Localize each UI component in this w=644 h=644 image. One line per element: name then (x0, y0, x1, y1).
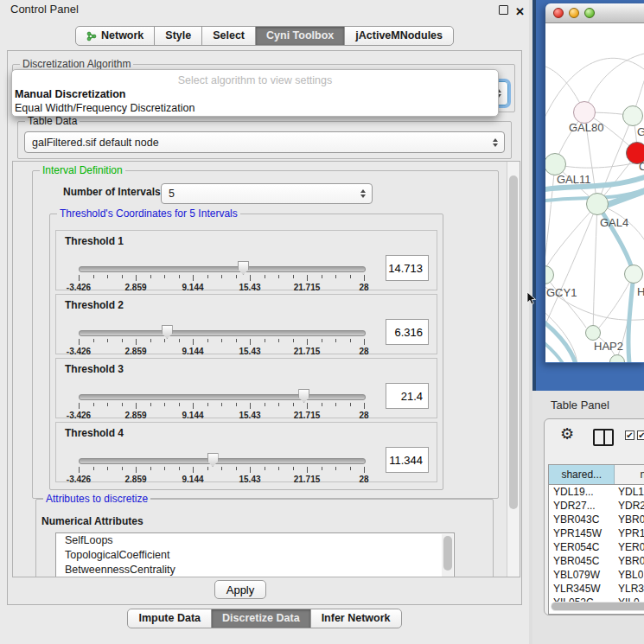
tab-infer-network[interactable]: Infer Network (310, 609, 402, 628)
slider-track[interactable] (79, 330, 366, 336)
threshold-label: Threshold 4 (65, 427, 124, 439)
table-data-combobox[interactable]: galFiltered.sif default node (24, 131, 505, 153)
split-columns-icon[interactable] (593, 429, 614, 446)
network-window-titlebar (545, 3, 644, 23)
table-row[interactable]: YPR145WYPR1 (549, 526, 644, 540)
table-row[interactable]: YDL19...YDL1 (549, 485, 644, 499)
apply-button[interactable]: Apply (214, 580, 266, 599)
slider-track[interactable] (79, 266, 366, 272)
network-canvas[interactable]: GAL80GACGAL11GAL4GCY1HHAP2 (545, 23, 644, 362)
scrollbar-thumb[interactable] (509, 175, 518, 509)
threshold-panel: Threshold 1 -3.4262.8599.14415.4321.7152… (55, 230, 437, 290)
algorithm-option-manual-discretization[interactable]: Manual Discretization (12, 88, 498, 102)
column-header-0[interactable]: shared... (549, 465, 615, 484)
network-node-ga[interactable] (622, 105, 643, 126)
slider-thumb[interactable] (207, 453, 219, 467)
minimize-traffic-light-icon[interactable] (569, 8, 579, 18)
table-cell: YBR0 (615, 554, 644, 568)
gear-icon[interactable]: ⚙ (560, 424, 574, 443)
threshold-label: Threshold 3 (65, 363, 124, 375)
toolbox-tab-bar: NetworkStyleSelectCyni ToolboxjActiveMNo… (0, 26, 529, 46)
node-label: H (637, 285, 644, 298)
slider-tick-labels: -3.4262.8599.14415.4321.71528 (79, 347, 364, 357)
float-window-icon[interactable] (499, 5, 508, 15)
mouse-cursor (526, 292, 537, 306)
tab-label: Impute Data (138, 609, 201, 628)
network-node-hap2[interactable] (585, 325, 601, 341)
hscroll-thumb[interactable] (552, 603, 644, 610)
threshold-slider[interactable]: -3.4262.8599.14415.4321.71528 (79, 456, 364, 483)
settings-scrollbar[interactable] (507, 162, 520, 577)
threshold-value-input[interactable] (386, 383, 429, 409)
threshold-label: Threshold 2 (65, 299, 124, 311)
table-row[interactable]: YER054CYER0 (549, 540, 644, 554)
tab-label: Style (165, 27, 191, 45)
tab-cyni-toolbox[interactable]: Cyni Toolbox (255, 26, 345, 46)
threshold-panel: Threshold 3 -3.4262.8599.14415.4321.7152… (55, 358, 437, 418)
table-cell: YER054C (549, 540, 615, 554)
group-label-table-data: Table Data (25, 115, 80, 127)
table-header-row: shared...na (549, 465, 644, 485)
table-row[interactable]: YDR27...YDR2 (549, 499, 644, 513)
slider-ticks (79, 467, 364, 474)
tab-discretize-data[interactable]: Discretize Data (211, 609, 311, 628)
control-panel-titlebar: Control Panel ✕ (0, 0, 529, 19)
slider-thumb[interactable] (238, 261, 249, 275)
tab-network[interactable]: Network (75, 26, 155, 46)
spinner-arrows-icon (360, 189, 366, 198)
close-traffic-light-icon[interactable] (553, 8, 564, 18)
desktop-edge (532, 0, 536, 391)
group-label-attributes: Attributes to discretize (43, 493, 150, 505)
threshold-value-input[interactable] (386, 255, 429, 281)
tab-label: Cyni Toolbox (266, 27, 334, 45)
cyni-mode-tab-bar: Impute DataDiscretize DataInfer Network (0, 609, 529, 628)
column-header-1[interactable]: na (615, 465, 644, 484)
number-of-intervals-spinner[interactable]: 5 (161, 183, 373, 204)
table-cell: YDL1 (615, 485, 644, 499)
checkbox-icon[interactable]: ✔ (637, 430, 644, 440)
table-cell: YBL0 (615, 568, 643, 582)
tab-impute-data[interactable]: Impute Data (127, 609, 212, 628)
dropdown-placeholder: Select algorithm to view settings (12, 70, 498, 88)
combo-arrows-icon (493, 138, 498, 147)
group-label-discretization-algorithm: Discretization Algorithm (20, 58, 133, 70)
tab-label: jActiveMNodules (355, 27, 443, 45)
tab-jactivemnodules[interactable]: jActiveMNodules (344, 26, 454, 46)
table-row[interactable]: YBL079WYBL0 (549, 568, 644, 582)
slider-thumb[interactable] (162, 325, 173, 339)
threshold-value-input[interactable] (386, 319, 429, 345)
network-icon (86, 31, 97, 41)
zoom-traffic-light-icon[interactable] (584, 8, 595, 18)
table-cell: YLR345W (549, 582, 615, 596)
tab-style[interactable]: Style (154, 26, 202, 46)
network-node-h[interactable] (624, 265, 643, 284)
node-label: C (639, 160, 644, 173)
tab-select[interactable]: Select (201, 26, 256, 46)
attribute-item-betweennesscentrality[interactable]: BetweennessCentrality (56, 563, 454, 577)
table-row[interactable]: YLR345WYLR3 (549, 582, 644, 596)
attribute-item-selfloops[interactable]: SelfLoops (56, 533, 454, 548)
slider-ticks (79, 339, 364, 346)
list-scrollbar[interactable] (442, 534, 453, 577)
algorithm-option-equal-width-frequency-discretization[interactable]: Equal Width/Frequency Discretization (12, 102, 498, 116)
table-cell: YBR043C (549, 513, 615, 526)
slider-thumb[interactable] (298, 389, 309, 403)
slider-ticks (79, 275, 364, 282)
close-icon[interactable]: ✕ (515, 3, 525, 22)
threshold-value-input[interactable] (386, 447, 429, 473)
table-row[interactable]: YBR045CYBR0 (549, 554, 644, 568)
threshold-slider[interactable]: -3.4262.8599.14415.4321.71528 (79, 264, 364, 291)
slider-track[interactable] (79, 458, 366, 464)
threshold-slider[interactable]: -3.4262.8599.14415.4321.71528 (79, 392, 364, 419)
checkbox-icon[interactable]: ✔ (625, 430, 634, 440)
node-table-container: ⚙ ✔ ✔ shared...na YDL19...YDL1YDR27...YD… (544, 418, 644, 615)
threshold-slider[interactable]: -3.4262.8599.14415.4321.71528 (79, 328, 364, 355)
network-node-gal4[interactable] (586, 193, 609, 215)
slider-track[interactable] (79, 394, 366, 400)
horizontal-scrollbar[interactable] (551, 602, 644, 611)
table-cell: YBR0 (615, 513, 644, 526)
table-row[interactable]: YBR043CYBR0 (549, 513, 644, 526)
number-of-intervals-value: 5 (169, 188, 175, 200)
numerical-attributes-list[interactable]: SelfLoopsTopologicalCoefficientBetweenne… (55, 532, 455, 577)
attribute-item-topologicalcoefficient[interactable]: TopologicalCoefficient (56, 548, 454, 563)
